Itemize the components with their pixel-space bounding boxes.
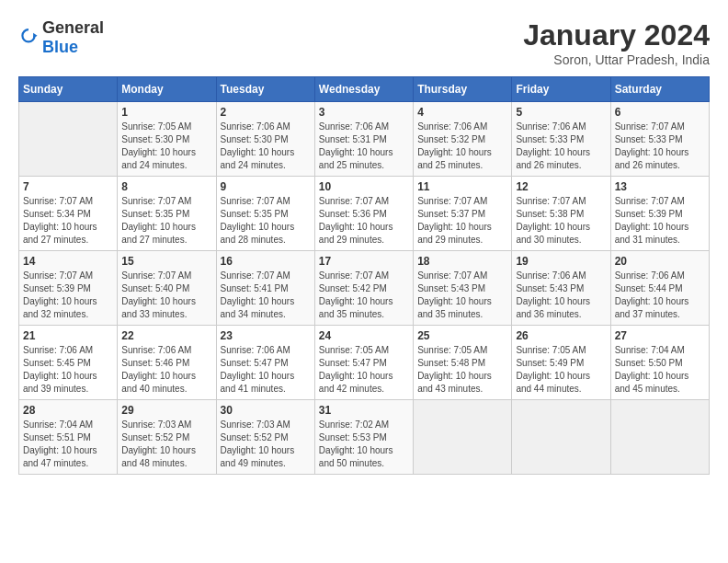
day-info: Sunrise: 7:06 AM Sunset: 5:46 PM Dayligh… xyxy=(121,344,211,396)
day-info: Sunrise: 7:04 AM Sunset: 5:51 PM Dayligh… xyxy=(23,419,113,470)
day-info: Sunrise: 7:07 AM Sunset: 5:38 PM Dayligh… xyxy=(516,195,606,247)
calendar-cell: 10Sunrise: 7:07 AM Sunset: 5:36 PM Dayli… xyxy=(314,177,413,251)
day-number: 24 xyxy=(319,329,409,342)
calendar-cell: 27Sunrise: 7:04 AM Sunset: 5:50 PM Dayli… xyxy=(610,326,709,400)
day-info: Sunrise: 7:07 AM Sunset: 5:42 PM Dayligh… xyxy=(319,270,409,321)
calendar-cell: 9Sunrise: 7:07 AM Sunset: 5:35 PM Daylig… xyxy=(216,177,314,251)
day-info: Sunrise: 7:06 AM Sunset: 5:31 PM Dayligh… xyxy=(319,121,409,172)
calendar-cell: 29Sunrise: 7:03 AM Sunset: 5:52 PM Dayli… xyxy=(118,400,216,475)
day-number: 7 xyxy=(23,180,113,193)
calendar-cell: 8Sunrise: 7:07 AM Sunset: 5:35 PM Daylig… xyxy=(118,177,216,251)
logo-icon xyxy=(18,28,39,48)
day-number: 30 xyxy=(221,404,311,417)
calendar-cell: 7Sunrise: 7:07 AM Sunset: 5:34 PM Daylig… xyxy=(19,177,118,251)
calendar-cell: 22Sunrise: 7:06 AM Sunset: 5:46 PM Dayli… xyxy=(118,326,216,400)
calendar-cell: 24Sunrise: 7:05 AM Sunset: 5:47 PM Dayli… xyxy=(314,326,413,400)
location-subtitle: Soron, Uttar Pradesh, India xyxy=(523,52,710,67)
day-number: 28 xyxy=(23,404,113,417)
calendar-cell: 30Sunrise: 7:03 AM Sunset: 5:52 PM Dayli… xyxy=(216,400,314,475)
day-number: 25 xyxy=(417,329,507,342)
day-number: 5 xyxy=(516,106,606,119)
day-info: Sunrise: 7:06 AM Sunset: 5:30 PM Dayligh… xyxy=(221,121,311,172)
calendar-cell: 11Sunrise: 7:07 AM Sunset: 5:37 PM Dayli… xyxy=(414,177,512,251)
day-info: Sunrise: 7:05 AM Sunset: 5:47 PM Dayligh… xyxy=(319,344,409,396)
calendar-cell xyxy=(414,400,512,475)
day-info: Sunrise: 7:05 AM Sunset: 5:48 PM Dayligh… xyxy=(417,344,507,396)
day-info: Sunrise: 7:05 AM Sunset: 5:30 PM Dayligh… xyxy=(121,121,211,172)
day-number: 23 xyxy=(221,329,311,342)
calendar-cell: 15Sunrise: 7:07 AM Sunset: 5:40 PM Dayli… xyxy=(118,251,216,326)
day-info: Sunrise: 7:07 AM Sunset: 5:34 PM Dayligh… xyxy=(23,195,113,247)
calendar-cell: 21Sunrise: 7:06 AM Sunset: 5:45 PM Dayli… xyxy=(19,326,118,400)
day-info: Sunrise: 7:06 AM Sunset: 5:43 PM Dayligh… xyxy=(516,270,606,321)
calendar-cell: 13Sunrise: 7:07 AM Sunset: 5:39 PM Dayli… xyxy=(610,177,709,251)
day-number: 8 xyxy=(121,180,211,193)
day-number: 14 xyxy=(23,255,113,268)
calendar-cell: 23Sunrise: 7:06 AM Sunset: 5:47 PM Dayli… xyxy=(216,326,314,400)
day-number: 3 xyxy=(319,106,409,119)
day-number: 26 xyxy=(516,329,606,342)
calendar-cell xyxy=(19,102,118,177)
day-info: Sunrise: 7:07 AM Sunset: 5:41 PM Dayligh… xyxy=(221,270,311,321)
day-info: Sunrise: 7:06 AM Sunset: 5:44 PM Dayligh… xyxy=(615,270,705,321)
day-info: Sunrise: 7:03 AM Sunset: 5:52 PM Dayligh… xyxy=(221,419,311,470)
calendar-cell: 5Sunrise: 7:06 AM Sunset: 5:33 PM Daylig… xyxy=(512,102,610,177)
day-info: Sunrise: 7:07 AM Sunset: 5:35 PM Dayligh… xyxy=(221,195,311,247)
calendar-cell: 19Sunrise: 7:06 AM Sunset: 5:43 PM Dayli… xyxy=(512,251,610,326)
day-number: 15 xyxy=(121,255,211,268)
day-number: 4 xyxy=(417,106,507,119)
calendar-cell: 4Sunrise: 7:06 AM Sunset: 5:32 PM Daylig… xyxy=(414,102,512,177)
month-title: January 2024 xyxy=(523,18,710,52)
day-header-sunday: Sunday xyxy=(19,77,118,102)
day-header-friday: Friday xyxy=(512,77,610,102)
day-header-tuesday: Tuesday xyxy=(216,77,314,102)
title-block: January 2024 Soron, Uttar Pradesh, India xyxy=(523,18,710,67)
day-info: Sunrise: 7:06 AM Sunset: 5:47 PM Dayligh… xyxy=(221,344,311,396)
day-header-saturday: Saturday xyxy=(610,77,709,102)
calendar-cell: 25Sunrise: 7:05 AM Sunset: 5:48 PM Dayli… xyxy=(414,326,512,400)
day-number: 1 xyxy=(121,106,211,119)
day-info: Sunrise: 7:06 AM Sunset: 5:33 PM Dayligh… xyxy=(516,121,606,172)
day-info: Sunrise: 7:05 AM Sunset: 5:49 PM Dayligh… xyxy=(516,344,606,396)
day-info: Sunrise: 7:07 AM Sunset: 5:35 PM Dayligh… xyxy=(121,195,211,247)
day-info: Sunrise: 7:06 AM Sunset: 5:32 PM Dayligh… xyxy=(417,121,507,172)
day-number: 2 xyxy=(221,106,311,119)
day-number: 12 xyxy=(516,180,606,193)
day-number: 20 xyxy=(615,255,705,268)
logo-blue: Blue xyxy=(42,38,78,56)
day-number: 27 xyxy=(615,329,705,342)
day-info: Sunrise: 7:07 AM Sunset: 5:33 PM Dayligh… xyxy=(615,121,705,172)
day-info: Sunrise: 7:04 AM Sunset: 5:50 PM Dayligh… xyxy=(615,344,705,396)
day-number: 13 xyxy=(615,180,705,193)
day-number: 16 xyxy=(221,255,311,268)
day-header-wednesday: Wednesday xyxy=(314,77,413,102)
logo: General Blue xyxy=(18,18,104,57)
calendar-table: SundayMondayTuesdayWednesdayThursdayFrid… xyxy=(18,76,710,475)
day-info: Sunrise: 7:06 AM Sunset: 5:45 PM Dayligh… xyxy=(23,344,113,396)
day-info: Sunrise: 7:07 AM Sunset: 5:39 PM Dayligh… xyxy=(615,195,705,247)
day-header-monday: Monday xyxy=(118,77,216,102)
calendar-cell: 2Sunrise: 7:06 AM Sunset: 5:30 PM Daylig… xyxy=(216,102,314,177)
calendar-week-5: 28Sunrise: 7:04 AM Sunset: 5:51 PM Dayli… xyxy=(19,400,710,475)
calendar-cell: 26Sunrise: 7:05 AM Sunset: 5:49 PM Dayli… xyxy=(512,326,610,400)
calendar-cell: 6Sunrise: 7:07 AM Sunset: 5:33 PM Daylig… xyxy=(610,102,709,177)
calendar-cell: 17Sunrise: 7:07 AM Sunset: 5:42 PM Dayli… xyxy=(314,251,413,326)
calendar-cell: 3Sunrise: 7:06 AM Sunset: 5:31 PM Daylig… xyxy=(314,102,413,177)
day-info: Sunrise: 7:07 AM Sunset: 5:39 PM Dayligh… xyxy=(23,270,113,321)
calendar-week-4: 21Sunrise: 7:06 AM Sunset: 5:45 PM Dayli… xyxy=(19,326,710,400)
calendar-cell: 12Sunrise: 7:07 AM Sunset: 5:38 PM Dayli… xyxy=(512,177,610,251)
day-info: Sunrise: 7:02 AM Sunset: 5:53 PM Dayligh… xyxy=(319,419,409,470)
day-info: Sunrise: 7:07 AM Sunset: 5:37 PM Dayligh… xyxy=(417,195,507,247)
logo-general: General xyxy=(42,18,104,37)
header-row: SundayMondayTuesdayWednesdayThursdayFrid… xyxy=(19,77,710,102)
page-header: General Blue January 2024 Soron, Uttar P… xyxy=(18,18,710,67)
day-number: 29 xyxy=(121,404,211,417)
day-number: 21 xyxy=(23,329,113,342)
day-number: 19 xyxy=(516,255,606,268)
day-number: 11 xyxy=(417,180,507,193)
calendar-cell xyxy=(512,400,610,475)
day-number: 17 xyxy=(319,255,409,268)
calendar-cell: 18Sunrise: 7:07 AM Sunset: 5:43 PM Dayli… xyxy=(414,251,512,326)
day-info: Sunrise: 7:07 AM Sunset: 5:40 PM Dayligh… xyxy=(121,270,211,321)
day-number: 22 xyxy=(121,329,211,342)
